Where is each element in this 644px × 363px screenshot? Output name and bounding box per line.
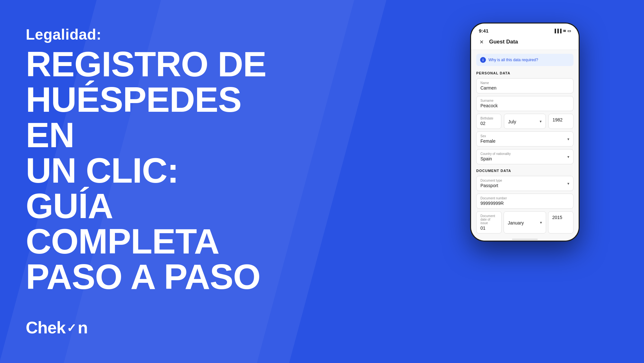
title-line-2: HUÉSPEDES EN: [26, 82, 290, 153]
birthdate-month-arrow: ▾: [540, 119, 542, 124]
phone-content: i Why is all this data required? PERSONA…: [471, 50, 579, 241]
logo-text-n: n: [78, 318, 88, 337]
doc-type-value: Passport: [480, 183, 565, 188]
name-field[interactable]: Name Carmen: [476, 78, 573, 93]
main-title: REGISTRO DE HUÉSPEDES EN UN CLIC: GUÍA C…: [26, 46, 290, 294]
nationality-dropdown-arrow: ▾: [567, 155, 569, 159]
left-content: Legalidad: REGISTRO DE HUÉSPEDES EN UN C…: [26, 26, 290, 294]
document-data-section-label: DOCUMENT DATA: [476, 169, 573, 173]
doc-date-year: 2015: [552, 215, 569, 220]
doc-date-month-field[interactable]: January ▾: [504, 211, 546, 234]
birthdate-day: 02: [480, 121, 497, 126]
guest-data-title: Guest Data: [489, 39, 518, 45]
doc-date-day: 01: [480, 225, 497, 231]
battery-icon: ▭: [567, 29, 571, 33]
name-label: Name: [480, 81, 569, 85]
title-line-5: PASO A PASO: [26, 259, 290, 294]
blue-accent-dot: [612, 117, 624, 128]
wifi-icon: ≋: [563, 29, 566, 33]
document-type-field[interactable]: Document type Passport ▾: [476, 176, 573, 191]
logo-text-chek: Chek: [26, 318, 65, 337]
birthdate-year: 1982: [553, 117, 569, 122]
banner: Legalidad: REGISTRO DE HUÉSPEDES EN UN C…: [0, 0, 644, 363]
birthdate-month-field[interactable]: July ▾: [504, 114, 546, 129]
doc-number-value: 99999999R: [480, 201, 569, 206]
phone-container: 9:41 ▐▐▐ ≋ ▭ ✕ Guest Data i: [431, 10, 618, 235]
birthdate-year-field[interactable]: 1982: [548, 114, 573, 129]
title-line-3: UN CLIC:: [26, 153, 290, 188]
subtitle: Legalidad:: [26, 26, 290, 43]
birthdate-row: Birthdate 02 July ▾ 1982: [476, 114, 573, 131]
phone-frame: 9:41 ▐▐▐ ≋ ▭ ✕ Guest Data i: [470, 23, 580, 242]
info-banner[interactable]: i Why is all this data required?: [476, 54, 573, 66]
status-time: 9:41: [479, 28, 488, 33]
info-text: Why is all this data required?: [488, 58, 538, 62]
title-line-4: GUÍA COMPLETA: [26, 188, 290, 259]
surname-field[interactable]: Surname Peacock: [476, 96, 573, 111]
doc-date-month: January: [508, 220, 537, 225]
sex-dropdown-arrow: ▾: [567, 137, 569, 141]
doc-type-label: Document type: [480, 179, 565, 182]
sex-value: Female: [480, 139, 565, 144]
nationality-field[interactable]: Country of nationality Spain ▾: [476, 149, 573, 164]
chekin-logo: Chek✓n: [26, 318, 88, 337]
personal-data-section-label: PERSONAL DATA: [476, 71, 573, 75]
doc-date-label: Document date of issue: [480, 214, 497, 225]
phone-header: ✕ Guest Data: [471, 35, 579, 50]
name-value: Carmen: [480, 85, 569, 91]
status-icons: ▐▐▐ ≋ ▭: [553, 29, 571, 33]
signal-icon: ▐▐▐: [553, 29, 562, 33]
nationality-value: Spain: [480, 156, 565, 161]
close-button[interactable]: ✕: [478, 38, 485, 46]
sex-label: Sex: [480, 134, 565, 138]
logo-checkmark-icon: ✓: [67, 321, 76, 335]
doc-date-year-field[interactable]: 2015: [548, 211, 573, 234]
surname-label: Surname: [480, 99, 569, 102]
doc-type-arrow: ▾: [567, 181, 569, 186]
document-number-field[interactable]: Document number 99999999R: [476, 194, 573, 209]
doc-date-month-arrow: ▾: [540, 220, 542, 225]
phone-screen: 9:41 ▐▐▐ ≋ ▭ ✕ Guest Data i: [471, 24, 579, 241]
birthdate-day-field[interactable]: Birthdate 02: [476, 114, 501, 129]
title-line-1: REGISTRO DE: [26, 46, 290, 82]
doc-number-label: Document number: [480, 196, 569, 200]
surname-value: Peacock: [480, 103, 569, 108]
birthdate-label: Birthdate: [480, 117, 497, 120]
sex-field[interactable]: Sex Female ▾: [476, 131, 573, 147]
scroll-indicator: [512, 239, 538, 240]
info-icon: i: [480, 57, 486, 63]
doc-date-row: Document date of issue 01 January ▾: [476, 211, 573, 236]
status-bar: 9:41 ▐▐▐ ≋ ▭: [471, 24, 579, 35]
nationality-label: Country of nationality: [480, 152, 565, 156]
birthdate-month: July: [508, 119, 537, 124]
doc-date-day-field[interactable]: Document date of issue 01: [476, 211, 502, 234]
